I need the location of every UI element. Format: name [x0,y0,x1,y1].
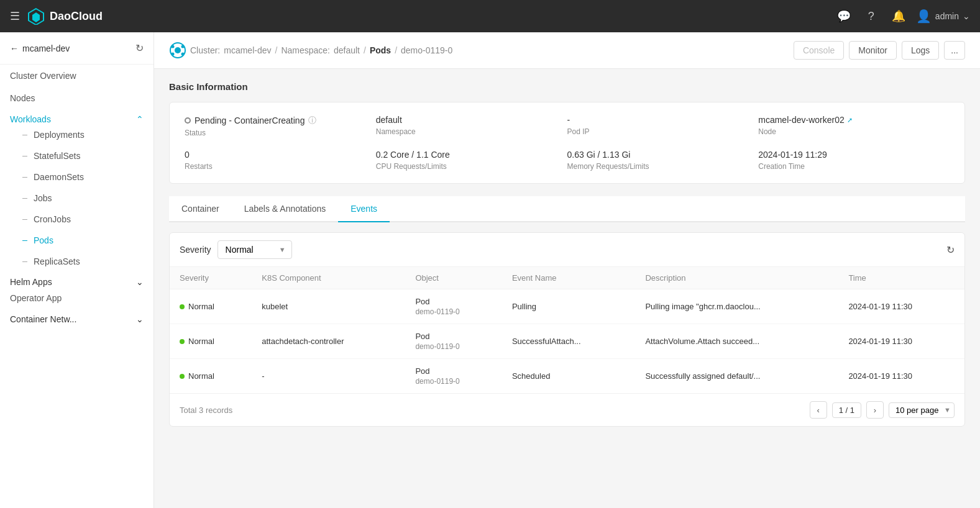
chevron-down-icon: ⌄ [963,11,970,21]
pod-name[interactable]: demo-0119-0 [401,45,452,55]
tab-labels-annotations[interactable]: Labels & Annotations [232,196,339,222]
memory-value: 0.63 Gi / 1.13 Gi [567,150,759,160]
severity-select-wrap: Normal Warning ▼ [218,240,292,259]
sidebar-item-label: Operator App [10,293,62,303]
next-page-button[interactable]: › [866,401,884,419]
content-area: Cluster: mcamel-dev / Namespace: default… [154,32,980,508]
table-row: Normal - Pod demo-0119-0 Scheduled Succe… [170,359,964,394]
status-value: Pending - ContainerCreating ⓘ [185,115,376,126]
top-nav: ☰ DaoCloud 💬 ? 🔔 👤 admin ⌄ [0,0,980,32]
cpu-label: CPU Requests/Limits [376,162,567,171]
cell-severity-1: Normal [170,324,252,359]
cell-event-name-0: Pulling [502,289,636,324]
logs-button[interactable]: Logs [902,41,939,60]
more-button[interactable]: ... [944,41,965,60]
external-link-icon[interactable]: ➚ [847,116,853,124]
severity-text: Normal [188,302,214,311]
cell-severity-0: Normal [170,289,252,324]
dash-icon [22,135,27,135]
sidebar-item-replicasets[interactable]: ReplicaSets [0,251,153,272]
creation-label: Creation Time [758,162,950,171]
severity-select[interactable]: Normal Warning [218,240,292,259]
svg-point-5 [181,45,185,48]
severity-dot-icon [180,339,185,344]
cluster-value[interactable]: mcamel-dev [224,45,271,55]
hamburger-menu[interactable]: ☰ [10,9,20,23]
table-row: Normal kubelet Pod demo-0119-0 Pulling P… [170,289,964,324]
tab-container[interactable]: Container [169,196,232,222]
svg-point-4 [172,45,175,48]
sidebar-item-operator-app[interactable]: Operator App [0,287,153,309]
severity-filter-label: Severity [180,245,211,255]
sidebar-item-statefulsets[interactable]: StatefulSets [0,145,153,166]
cell-object-1: Pod demo-0119-0 [405,324,502,359]
cell-time-0: 2024-01-19 11:30 [838,289,964,324]
namespace-value: default [376,115,567,125]
sidebar-item-helm-apps[interactable]: Helm Apps ⌄ [0,272,153,287]
tab-events[interactable]: Events [338,196,390,222]
chat-icon[interactable]: 💬 [834,6,854,26]
per-page-select[interactable]: 10 per page 20 per page 50 per page [889,402,955,418]
sidebar-item-label: Nodes [10,93,35,103]
pod-ip-value: - [567,115,759,125]
tab-container-label: Container [181,204,219,214]
help-circle-icon[interactable]: ⓘ [308,115,316,126]
table-footer: Total 3 records ‹ 1 / 1 › 10 per page 20… [170,393,964,426]
dash-icon [22,177,27,178]
tab-labels-label: Labels & Annotations [244,204,326,214]
chevron-down-icon: ⌄ [136,277,144,287]
cell-event-name-1: SuccessfulAttach... [502,324,636,359]
help-icon[interactable]: ? [861,6,881,26]
namespace-field: default Namespace [376,115,567,137]
node-name: mcamel-dev-worker02 [758,115,844,125]
cell-time-2: 2024-01-19 11:30 [838,359,964,394]
chevron-down-icon: ⌄ [136,314,144,324]
object-name: demo-0119-0 [415,307,492,316]
console-button[interactable]: Console [794,41,844,60]
sidebar-item-daemonsets[interactable]: DaemonSets [0,166,153,188]
cell-object-0: Pod demo-0119-0 [405,289,502,324]
cell-k8s-component-1: attachdetach-controller [252,324,405,359]
severity-dot-icon [180,304,185,309]
node-field: mcamel-dev-worker02 ➚ Node [758,115,950,137]
sidebar-item-deployments[interactable]: Deployments [0,124,153,145]
refresh-icon[interactable]: ↻ [135,42,144,54]
sidebar-item-pods[interactable]: Pods [0,230,153,251]
memory-field: 0.63 Gi / 1.13 Gi Memory Requests/Limits [567,150,759,171]
sidebar-item-jobs[interactable]: Jobs [0,188,153,209]
severity-filter: Severity Normal Warning ▼ [180,240,292,259]
node-label: Node [758,127,950,136]
section-title: Basic Information [169,81,965,92]
events-toolbar: Severity Normal Warning ▼ ↻ [170,233,964,267]
sidebar-header: ← mcamel-dev ↻ [0,32,153,65]
user-avatar-icon: 👤 [916,9,932,24]
sep3: / [395,45,397,55]
svg-point-3 [175,47,181,53]
user-menu[interactable]: 👤 admin ⌄ [916,9,970,24]
bell-icon[interactable]: 🔔 [889,6,909,26]
tabs: Container Labels & Annotations Events [169,196,965,222]
page-info: 1 / 1 [832,402,861,418]
back-button[interactable]: ← mcamel-dev [10,43,70,53]
prev-page-button[interactable]: ‹ [810,401,827,419]
events-refresh-icon[interactable]: ↻ [946,244,955,256]
monitor-button[interactable]: Monitor [849,41,897,60]
sidebar: ← mcamel-dev ↻ Cluster Overview Nodes Wo… [0,32,154,508]
table-row: Normal attachdetach-controller Pod demo-… [170,324,964,359]
sidebar-item-cronjobs[interactable]: CronJobs [0,209,153,230]
svg-point-7 [181,53,185,56]
sidebar-item-workloads[interactable]: Workloads ⌃ [0,109,153,124]
arrow-left-icon: ← [10,43,19,53]
status-label: Status [185,129,376,137]
namespace-value[interactable]: default [334,45,360,55]
col-description: Description [635,267,838,289]
sidebar-item-cluster-overview[interactable]: Cluster Overview [0,65,153,87]
sidebar-item-container-netw[interactable]: Container Netw... ⌄ [0,309,153,324]
cell-k8s-component-0: kubelet [252,289,405,324]
sidebar-item-nodes[interactable]: Nodes [0,87,153,109]
sidebar-item-label: Pods [34,235,53,245]
pod-ip-label: Pod IP [567,127,759,136]
cpu-field: 0.2 Core / 1.1 Core CPU Requests/Limits [376,150,567,171]
svg-marker-1 [32,12,40,22]
cell-object-2: Pod demo-0119-0 [405,359,502,394]
